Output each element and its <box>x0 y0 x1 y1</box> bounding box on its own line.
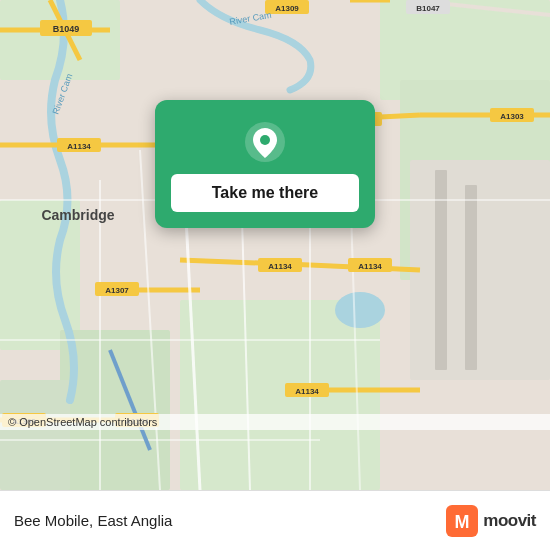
popup-card: Take me there <box>155 100 375 228</box>
svg-text:A1134: A1134 <box>268 262 292 271</box>
svg-point-63 <box>260 135 270 145</box>
take-me-there-button[interactable]: Take me there <box>171 174 359 212</box>
location-name: Bee Mobile, East Anglia <box>14 512 446 529</box>
svg-point-11 <box>335 292 385 328</box>
moovit-icon: M <box>446 505 478 537</box>
svg-text:A1303: A1303 <box>500 112 524 121</box>
map-container: B1049 A1134 A1303 A1303 A1309 B1047 A130… <box>0 0 550 490</box>
svg-text:Cambridge: Cambridge <box>41 207 114 223</box>
svg-rect-8 <box>410 160 550 380</box>
svg-text:A1309: A1309 <box>275 4 299 13</box>
moovit-wordmark: moovit <box>483 511 536 531</box>
svg-text:B1047: B1047 <box>416 4 440 13</box>
svg-rect-7 <box>0 380 70 490</box>
svg-text:B1049: B1049 <box>53 24 80 34</box>
svg-text:A1307: A1307 <box>105 286 129 295</box>
svg-text:M: M <box>455 512 470 532</box>
moovit-logo: M moovit <box>446 505 536 537</box>
svg-text:A1134: A1134 <box>67 142 91 151</box>
location-pin-icon <box>243 120 287 164</box>
svg-rect-10 <box>465 185 477 370</box>
svg-rect-5 <box>180 300 380 490</box>
map-attribution: © OpenStreetMap contributors <box>0 414 550 430</box>
bottom-bar: Bee Mobile, East Anglia M moovit <box>0 490 550 550</box>
svg-text:A1134: A1134 <box>358 262 382 271</box>
svg-text:A1134: A1134 <box>295 387 319 396</box>
